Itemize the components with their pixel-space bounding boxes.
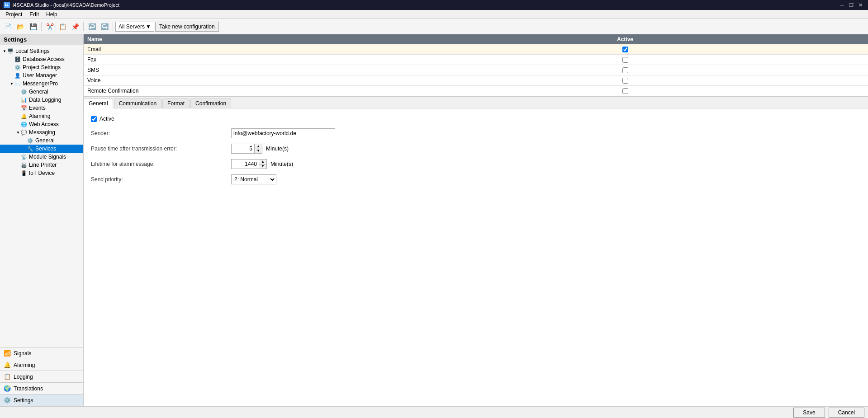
- tree-item-general-messaging[interactable]: ⚙️ General: [0, 136, 83, 145]
- config-button[interactable]: Take new configuration: [155, 22, 219, 32]
- menu-project[interactable]: Project: [2, 10, 26, 19]
- toolbar-btn-new[interactable]: 📄: [2, 21, 14, 33]
- module-icon: 📡: [21, 154, 28, 160]
- tab-confirmation[interactable]: Confirmation: [190, 99, 231, 108]
- lifetime-value[interactable]: [232, 160, 259, 169]
- lifetime-spinner-btns: ▲ ▼: [259, 160, 266, 169]
- pause-value[interactable]: [232, 144, 254, 153]
- active-checkbox-fax[interactable]: [622, 57, 628, 63]
- table-row[interactable]: Email: [84, 44, 868, 55]
- menu-help[interactable]: Help: [43, 10, 61, 19]
- printer-icon: 🖨️: [21, 162, 28, 168]
- tree-item-project-settings[interactable]: ⚙️ Project Settings: [0, 63, 83, 71]
- lifetime-spinner: ▲ ▼: [231, 159, 267, 169]
- tab-bar: General Communication Format Confirmatio…: [84, 97, 868, 108]
- minimize-button[interactable]: ─: [838, 1, 846, 9]
- tree-item-alarming[interactable]: 🔔 Alarming: [0, 112, 83, 120]
- priority-select[interactable]: 1: Low 2: Normal 3: High: [231, 174, 276, 184]
- tree-label: Events: [29, 105, 46, 111]
- cancel-button[interactable]: Cancel: [829, 408, 864, 418]
- sbi-label: Logging: [14, 374, 33, 380]
- active-checkbox-email[interactable]: [622, 47, 628, 52]
- pause-unit: Minute(s): [266, 146, 289, 152]
- sidebar-bottom-translations[interactable]: 🌍 Translations: [0, 383, 83, 395]
- menu-edit[interactable]: Edit: [26, 10, 43, 19]
- tree-label: Module Signals: [29, 154, 66, 160]
- user-icon: 👤: [14, 73, 22, 79]
- active-main-checkbox[interactable]: [91, 116, 97, 122]
- lifetime-down-btn[interactable]: ▼: [259, 164, 266, 169]
- sidebar-header: Settings: [0, 34, 83, 45]
- tab-communication[interactable]: Communication: [114, 99, 161, 108]
- restore-button[interactable]: ❐: [847, 1, 855, 9]
- tree-item-data-logging[interactable]: 📊 Data Logging: [0, 96, 83, 104]
- tab-format[interactable]: Format: [162, 99, 190, 108]
- sidebar-bottom-settings[interactable]: ⚙️ Settings: [0, 395, 83, 406]
- tree-item-user-manager[interactable]: 👤 User Manager: [0, 71, 83, 80]
- tree-label: Data Logging: [29, 97, 61, 103]
- translations-icon: 🌍: [4, 385, 11, 392]
- sender-label: Sender:: [91, 130, 231, 136]
- title-bar: i4 i4SCADA Studio - (local)\i4SCADA\Demo…: [0, 0, 868, 10]
- tree-item-services[interactable]: 🔧 Services: [0, 145, 83, 153]
- tree-item-database-access[interactable]: 🗄️ Database Access: [0, 55, 83, 63]
- form-row-sender: Sender:: [91, 128, 861, 138]
- form-row-lifetime: Lifetime for alammessage: ▲ ▼ Minute(s): [91, 159, 861, 169]
- cell-name: Email: [84, 44, 382, 54]
- alarm-icon: 🔔: [21, 113, 28, 119]
- app-icon: i4: [4, 2, 10, 8]
- sidebar-bottom-alarming[interactable]: 🔔 Alarming: [0, 359, 83, 371]
- server-dropdown[interactable]: All Servers ▼: [115, 22, 154, 32]
- toolbar-sep-3: [113, 22, 113, 31]
- table-row[interactable]: Fax: [84, 55, 868, 65]
- active-row: Active: [91, 116, 861, 122]
- form-row-pause: Pause time after transmission error: ▲ ▼…: [91, 144, 861, 154]
- tree-item-messaging[interactable]: ▼ 💬 Messaging: [0, 128, 83, 136]
- table-row[interactable]: SMS: [84, 65, 868, 75]
- tree-item-iot-device[interactable]: 📱 IoT Device: [0, 169, 83, 177]
- toolbar-btn-cut[interactable]: ✂️: [44, 21, 56, 33]
- active-checkbox-remote[interactable]: [622, 88, 628, 94]
- tree-item-messengerpro[interactable]: ▼ ✉️ MessengerPro: [0, 80, 83, 88]
- toolbar-btn-undo[interactable]: ↩️: [86, 21, 98, 33]
- sender-input[interactable]: [231, 128, 335, 138]
- tree-item-line-printer[interactable]: 🖨️ Line Printer: [0, 161, 83, 169]
- tree-item-module-signals[interactable]: 📡 Module Signals: [0, 153, 83, 161]
- sbi-label: Translations: [14, 385, 43, 392]
- pause-spinner: ▲ ▼: [231, 144, 262, 154]
- cell-active: [382, 55, 868, 65]
- table-row[interactable]: Remote Confirmation: [84, 86, 868, 96]
- close-button[interactable]: ✕: [856, 1, 864, 9]
- form-row-priority: Send priority: 1: Low 2: Normal 3: High: [91, 174, 861, 184]
- lifetime-label: Lifetime for alammessage:: [91, 161, 231, 167]
- sidebar-bottom-logging[interactable]: 📋 Logging: [0, 371, 83, 383]
- tree-label: Messaging: [29, 129, 55, 136]
- sidebar-bottom-signals[interactable]: 📶 Signals: [0, 348, 83, 359]
- cell-active: [382, 75, 868, 85]
- tree-item-web-access[interactable]: 🌐 Web Access: [0, 120, 83, 128]
- tree-label: MessengerPro: [23, 80, 58, 87]
- tree-item-events[interactable]: 📅 Events: [0, 104, 83, 112]
- pause-spinner-wrap: ▲ ▼ Minute(s): [231, 144, 289, 154]
- pause-up-btn[interactable]: ▲: [255, 144, 262, 149]
- toolbar-btn-redo[interactable]: ↪️: [99, 21, 110, 33]
- tree-item-local-settings[interactable]: ▼ 🖥️ Local Settings: [0, 47, 83, 55]
- toolbar-btn-open[interactable]: 📂: [14, 21, 26, 33]
- toolbar-btn-paste[interactable]: 📌: [69, 21, 81, 33]
- signals-icon: 📶: [4, 350, 11, 357]
- table-row[interactable]: Voice: [84, 75, 868, 86]
- toolbar-sep-2: [83, 22, 84, 31]
- tree-label: General: [29, 89, 48, 95]
- tab-general[interactable]: General: [84, 99, 113, 108]
- lifetime-unit: Minute(s): [270, 161, 293, 167]
- toolbar-btn-save[interactable]: 💾: [27, 21, 39, 33]
- active-checkbox-voice[interactable]: [622, 78, 628, 84]
- save-button[interactable]: Save: [793, 408, 825, 418]
- cell-active: [382, 65, 868, 75]
- toolbar-btn-copy[interactable]: 📋: [57, 21, 68, 33]
- tree-label: Local Settings: [15, 48, 49, 54]
- tree-item-general-messenger[interactable]: ⚙️ General: [0, 88, 83, 96]
- lifetime-up-btn[interactable]: ▲: [259, 160, 266, 164]
- active-checkbox-sms[interactable]: [622, 67, 628, 73]
- pause-down-btn[interactable]: ▼: [255, 149, 262, 153]
